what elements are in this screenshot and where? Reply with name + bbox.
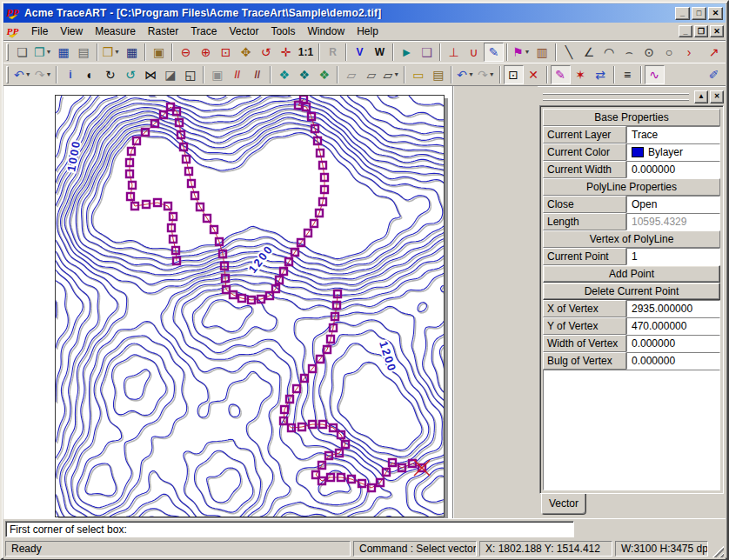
vector-redo-dropdown-icon[interactable]: ▼	[489, 66, 495, 83]
flag-marker-button[interactable]: ⚑▼	[511, 43, 532, 62]
flag-marker-dropdown-icon[interactable]: ▼	[525, 43, 531, 61]
maximize-button[interactable]: □	[692, 7, 706, 20]
print-button[interactable]: ▤	[74, 43, 94, 62]
undo-dropdown-icon[interactable]: ▼	[25, 66, 31, 83]
color-swatch[interactable]	[632, 147, 644, 157]
open-file-button[interactable]: ❒▼	[101, 43, 123, 62]
panel-close-button[interactable]: ✕	[710, 90, 724, 103]
draw-circle-3pt-button[interactable]: ○	[659, 43, 679, 62]
pick-tool-button[interactable]: ✎	[484, 43, 504, 62]
menu-view[interactable]: View	[54, 23, 89, 39]
toolbar-grip[interactable]	[6, 66, 9, 83]
save-image-button[interactable]: ▦	[54, 43, 74, 62]
invert-raster-button[interactable]: ◐	[80, 65, 100, 84]
fill-holes-button[interactable]: ❖	[274, 65, 294, 84]
erase-object-dropdown-icon[interactable]: ▼	[393, 66, 399, 83]
tab-vector[interactable]: Vector	[541, 494, 586, 515]
resize-grip[interactable]	[711, 544, 724, 557]
redo-button[interactable]: ↷▼	[33, 65, 54, 84]
deskew-button[interactable]: ◪	[160, 65, 180, 84]
edit-polyline-button[interactable]: ∿	[645, 65, 665, 84]
property-value[interactable]: 0.000000	[626, 352, 720, 370]
fill-speckles-button[interactable]: ❖	[294, 65, 314, 84]
erase-raster-button[interactable]: ▱	[341, 65, 361, 84]
draw-line-button[interactable]: ╲	[559, 43, 579, 62]
child-restore-button[interactable]: ❐	[694, 25, 708, 37]
trace-options-button[interactable]: ✎	[551, 65, 571, 84]
vector-undo-button[interactable]: ↶▼	[455, 65, 476, 84]
snap-magnet-button[interactable]: ∪	[464, 43, 484, 62]
zoom-extents-button[interactable]: ✛	[276, 43, 296, 62]
menu-tools[interactable]: Tools	[264, 23, 301, 39]
menu-raster[interactable]: Raster	[142, 23, 184, 39]
draw-circle-button[interactable]: ⊙	[639, 43, 659, 62]
new-document-button[interactable]: ❏	[12, 43, 32, 62]
rotate-90-button[interactable]: ↻	[100, 65, 120, 84]
open-image-button[interactable]: ❐▼	[32, 43, 54, 62]
close-button[interactable]: ✕	[708, 7, 723, 20]
open-image-dropdown-icon[interactable]: ▼	[46, 43, 52, 61]
zoom-window-button[interactable]: ⊡	[216, 43, 236, 62]
pan-button[interactable]: ✥	[236, 43, 256, 62]
property-value[interactable]: 0.000000	[626, 335, 720, 352]
rotate-angle-button[interactable]: ↺	[120, 65, 140, 84]
open-file-dropdown-icon[interactable]: ▼	[114, 43, 120, 61]
redo-dropdown-icon[interactable]: ▼	[45, 66, 51, 83]
menu-trace[interactable]: Trace	[184, 23, 223, 39]
magic-wand-button[interactable]: ✶	[571, 65, 591, 84]
menu-vector[interactable]: Vector	[223, 23, 264, 39]
vector-undo-dropdown-icon[interactable]: ▼	[468, 66, 474, 83]
zoom-out-button[interactable]: ⊖	[176, 43, 196, 62]
title-bar[interactable]: PP Acme TraceART - [C:\Program Files\Acm…	[3, 3, 726, 23]
zoom-in-button[interactable]: ⊕	[196, 43, 216, 62]
run-trace-button[interactable]: ►	[397, 43, 417, 62]
property-value[interactable]: 0.000000	[626, 161, 720, 178]
panel-collapse-button[interactable]: ▲	[694, 90, 708, 103]
erase-object-button[interactable]: ▱▼	[381, 65, 401, 84]
layers-button[interactable]: ≡	[618, 65, 638, 84]
fill-color-button[interactable]: ❖	[314, 65, 334, 84]
show-raster-button[interactable]: R	[323, 43, 343, 62]
panel-dock-bar[interactable]: ▲ ✕	[539, 88, 724, 105]
menu-measure[interactable]: Measure	[89, 23, 142, 39]
show-vector-button[interactable]: V	[350, 43, 370, 62]
menu-help[interactable]: Help	[351, 23, 385, 39]
measure-ruler-button[interactable]: ▭	[408, 65, 428, 84]
zoom-previous-button[interactable]: ↺	[256, 43, 276, 62]
delete-current-point-button[interactable]: Delete Current Point	[543, 283, 720, 300]
mirror-button[interactable]: ⋈	[140, 65, 160, 84]
zoom-1-1-button[interactable]: 1:1	[296, 43, 316, 62]
child-close-button[interactable]: ✕	[710, 25, 724, 37]
property-value[interactable]: 1	[626, 248, 720, 265]
image-info-button[interactable]: i	[60, 65, 80, 84]
dimension-tool-button[interactable]: ↗	[704, 43, 724, 62]
image-properties-button[interactable]: ❑	[417, 43, 437, 62]
delete-vectors-button[interactable]: ✕	[524, 65, 544, 84]
draw-arc-3pt-button[interactable]: ⌢	[619, 43, 639, 62]
toolbar-grip[interactable]	[6, 43, 9, 61]
menu-file[interactable]: File	[25, 23, 54, 39]
symbol-library-button[interactable]: ▥	[532, 43, 552, 62]
property-value[interactable]: 470.000000	[626, 317, 720, 335]
select-vectors-button[interactable]: ⊡	[504, 65, 524, 84]
resize-raster-button[interactable]: ▣	[207, 65, 227, 84]
vector-redo-button[interactable]: ↷▼	[476, 65, 497, 84]
save-file-button[interactable]: ▦	[122, 43, 142, 62]
origin-axes-button[interactable]: ⊥	[444, 43, 464, 62]
undo-button[interactable]: ↶▼	[12, 65, 33, 84]
drawing-canvas[interactable]: 100012001200	[56, 96, 444, 517]
edit-vertex-tool-button[interactable]: ✐	[704, 65, 724, 84]
property-value[interactable]: 2935.000000	[626, 300, 720, 317]
property-value[interactable]: Bylayer	[626, 143, 720, 161]
child-minimize-button[interactable]: _	[679, 25, 692, 37]
crop-button[interactable]: ◱	[180, 65, 200, 84]
remove-lines-button[interactable]: //	[227, 65, 247, 84]
property-value[interactable]: Open	[626, 196, 720, 213]
property-value[interactable]: 10595.4329	[626, 213, 720, 230]
remove-hatch-button[interactable]: //	[247, 65, 267, 84]
minimize-button[interactable]: _	[675, 7, 690, 20]
panel-drag-handle[interactable]	[543, 93, 689, 101]
more-draw-tools-button[interactable]: ›	[679, 43, 699, 62]
erase-area-button[interactable]: ▱	[361, 65, 381, 84]
command-input[interactable]: First corner of select box:	[5, 521, 574, 537]
